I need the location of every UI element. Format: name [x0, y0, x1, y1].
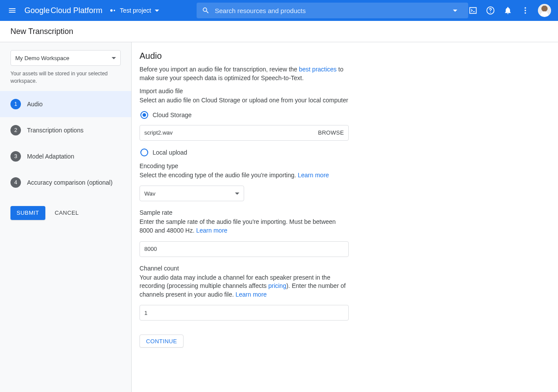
notifications-icon[interactable]	[503, 6, 513, 15]
hamburger-menu-icon[interactable]	[7, 5, 17, 16]
page-title-bar: New Transcription	[0, 21, 558, 42]
radio-cloud-storage-label: Cloud Storage	[153, 112, 192, 118]
encoding-desc-text: Select the encoding type of the audio fi…	[140, 172, 298, 179]
step-label: Accuracy comparison (optional)	[27, 179, 112, 186]
user-avatar[interactable]	[538, 4, 551, 17]
radio-cloud-storage[interactable]	[140, 111, 148, 119]
sample-rate-desc: Enter the sample rate of the audio file …	[140, 218, 349, 235]
top-bar: Google Cloud Platform Test project	[0, 0, 558, 21]
step-number: 1	[10, 99, 21, 109]
encoding-type-desc: Select the encoding type of the audio fi…	[140, 171, 349, 180]
project-scope-icon	[109, 7, 116, 14]
radio-local-upload[interactable]	[140, 149, 148, 156]
svg-point-5	[524, 12, 526, 14]
channel-count-input[interactable]	[144, 310, 344, 316]
sample-rate-desc-text: Enter the sample rate of the audio file …	[140, 218, 336, 234]
wizard-steps: 1 Audio 2 Transcription options 3 Model …	[0, 91, 131, 196]
section-heading-audio: Audio	[140, 51, 349, 61]
radio-cloud-storage-row[interactable]: Cloud Storage	[140, 111, 349, 119]
best-practices-link[interactable]: best practices	[299, 66, 337, 73]
channel-learn-more-link[interactable]: Learn more	[235, 291, 267, 298]
sample-rate-field[interactable]	[140, 241, 349, 257]
channel-count-desc: Your audio data may include a channel fo…	[140, 274, 349, 299]
step-transcription-options[interactable]: 2 Transcription options	[0, 117, 131, 143]
encoding-learn-more-link[interactable]: Learn more	[298, 172, 329, 179]
left-sidebar: My Demo Workspace Your assets will be st…	[0, 42, 132, 392]
search-input[interactable]	[215, 7, 447, 14]
import-audio-label: Import audio file	[140, 88, 349, 95]
sample-rate-label: Sample rate	[140, 209, 349, 216]
channel-count-field[interactable]	[140, 305, 349, 321]
step-number: 2	[10, 125, 21, 135]
svg-point-1	[114, 10, 115, 11]
step-model-adaptation[interactable]: 3 Model Adaptation	[0, 143, 131, 169]
cloud-shell-icon[interactable]	[468, 6, 478, 15]
audio-lead: Before you import an audio file for tran…	[140, 65, 349, 82]
submit-button[interactable]: SUBMIT	[10, 206, 45, 220]
brand-rest: Cloud Platform	[51, 6, 102, 15]
continue-button[interactable]: CONTINUE	[140, 335, 184, 348]
svg-point-3	[524, 7, 526, 9]
step-number: 4	[10, 177, 21, 188]
chevron-down-icon	[235, 193, 239, 195]
page-title: New Transcription	[10, 27, 73, 36]
cloud-storage-file-input[interactable]	[144, 129, 318, 136]
chevron-down-icon	[453, 10, 457, 12]
chevron-down-icon	[112, 57, 116, 59]
step-accuracy-comparison[interactable]: 4 Accuracy comparison (optional)	[0, 169, 131, 196]
encoding-value: Wav	[144, 190, 156, 197]
step-label: Transcription options	[27, 127, 83, 134]
project-name: Test project	[120, 7, 151, 14]
brand-logo[interactable]: Google Cloud Platform	[24, 6, 102, 15]
pricing-link[interactable]: pricing	[268, 282, 286, 289]
search-dropdown-toggle[interactable]	[447, 10, 463, 12]
search-icon	[202, 7, 210, 14]
workspace-select[interactable]: My Demo Workspace	[10, 50, 121, 66]
more-options-icon[interactable]	[521, 6, 530, 15]
encoding-type-label: Encoding type	[140, 162, 349, 169]
project-picker[interactable]: Test project	[109, 7, 159, 14]
channel-count-label: Channel count	[140, 265, 349, 272]
step-label: Audio	[27, 101, 43, 108]
cloud-storage-file-field[interactable]: BROWSE	[140, 125, 349, 141]
cancel-button[interactable]: CANCEL	[55, 210, 79, 216]
global-search[interactable]	[197, 3, 468, 18]
encoding-select[interactable]: Wav	[140, 186, 244, 201]
radio-local-upload-label: Local upload	[153, 149, 187, 156]
audio-lead-a: Before you import an audio file for tran…	[140, 66, 299, 73]
svg-point-0	[110, 9, 112, 11]
import-audio-desc: Select an audio file on Cloud Storage or…	[140, 96, 349, 105]
sample-rate-learn-more-link[interactable]: Learn more	[196, 227, 228, 234]
workspace-description: Your assets will be stored in your selec…	[10, 70, 121, 85]
browse-button[interactable]: BROWSE	[318, 129, 344, 136]
main-content: Audio Before you import an audio file fo…	[132, 42, 558, 392]
radio-local-upload-row[interactable]: Local upload	[140, 149, 349, 156]
svg-point-4	[524, 10, 526, 11]
workspace-selected-label: My Demo Workspace	[15, 55, 69, 61]
step-audio[interactable]: 1 Audio	[0, 91, 131, 117]
sample-rate-input[interactable]	[144, 246, 344, 252]
step-number: 3	[10, 151, 21, 162]
step-label: Model Adaptation	[27, 153, 74, 160]
brand-google: Google	[24, 6, 50, 15]
help-icon[interactable]	[486, 6, 495, 15]
chevron-down-icon	[155, 10, 159, 12]
